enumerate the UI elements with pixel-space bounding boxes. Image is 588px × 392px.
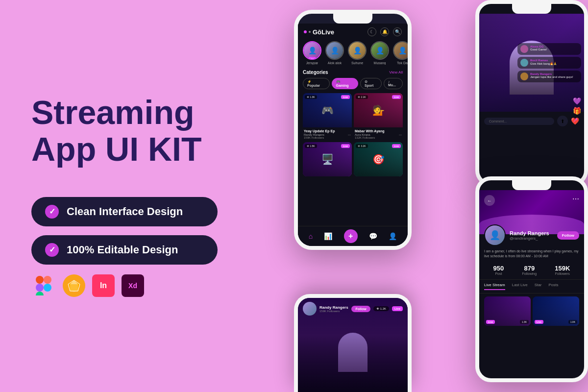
gift-react[interactable]: 🎁 <box>573 107 581 115</box>
cat-gaming[interactable]: 🎮 Gaming <box>332 78 359 89</box>
view-all-link[interactable]: View All <box>389 70 403 74</box>
tab-live-stream[interactable]: Live Stream <box>484 283 505 290</box>
stat-followers: 159K Followers <box>555 265 570 275</box>
svg-marker-7 <box>70 284 78 292</box>
phone-profile: ← ⋯ 👤 Randy Rangers @randirangers_ Follo… <box>475 176 588 382</box>
phone-notch-2 <box>512 4 551 14</box>
cat-popular[interactable]: ⚡ Popular <box>303 78 330 89</box>
xd-icon: Xd <box>122 274 144 297</box>
profile-avatar-section: 👤 Randy Rangers @randirangers_ Follow <box>479 224 584 246</box>
tab-posts[interactable]: Posts <box>548 283 558 290</box>
nav-chat[interactable]: 💬 <box>369 232 377 240</box>
main-title: Streaming App UI KIT <box>31 94 204 168</box>
profile-back-btn[interactable]: ← <box>484 195 495 206</box>
phone-screen: GōLive ☾ 🔔 🔍 👤 Live Jenypar <box>298 24 408 250</box>
tool-icons-row: In Xd <box>31 273 204 298</box>
streamer-avatar <box>303 302 317 316</box>
stream-header-row: Randy Rangers 159K Followers Follow 👁 1.… <box>298 298 408 318</box>
title-line1: Streaming <box>31 94 195 131</box>
streamer-followers: 159K Followers <box>319 310 348 313</box>
content-thumb-1[interactable]: Live 1.0K <box>533 296 579 326</box>
svg-rect-2 <box>36 284 44 292</box>
profile-stats: 950 Post 879 Following 159K Followers <box>479 262 584 280</box>
stat-post-label: Post <box>493 272 504 275</box>
follow-stream-btn[interactable]: Follow <box>351 306 370 312</box>
profile-handle: @randirangers_ <box>510 236 549 241</box>
categories-title: Categories <box>303 70 328 75</box>
bottom-nav: ⌂ 📊 + 💬 👤 <box>298 226 408 246</box>
nav-chart[interactable]: 📊 <box>324 232 332 240</box>
video-channel-0: Randy Rangers ⋯ <box>304 133 351 136</box>
live-dot <box>304 30 307 33</box>
content-thumb-0[interactable]: Live 1.3K <box>484 296 531 326</box>
video-card-3[interactable]: 🎯 👁 3.2K Live <box>354 142 403 176</box>
categories-header: Categories View All <box>303 70 403 75</box>
streamer-info: Randy Rangers 159K Followers <box>303 302 348 316</box>
moon-icon[interactable]: ☾ <box>368 27 376 36</box>
app-header: GōLive ☾ 🔔 🔍 <box>298 24 408 38</box>
streamer-name: Randy Rangers <box>319 305 348 310</box>
video-info-0: Yeay Update Ep Ep Randy Rangers ⋯ 159K F… <box>303 127 352 140</box>
live-badge-thumb-0: Live <box>486 320 495 324</box>
story-item-2[interactable]: 👤 Suhune <box>348 41 367 65</box>
phone-notch <box>333 14 372 24</box>
video-card-2[interactable]: 🖥️ 👁 1.5K Live <box>303 142 352 176</box>
nav-profile[interactable]: 👤 <box>389 232 397 240</box>
app-logo: GōLive <box>304 28 334 36</box>
app-name-text: GōLive <box>313 28 334 36</box>
search-icon[interactable]: 🔍 <box>393 27 402 36</box>
follow-button[interactable]: Follow <box>557 231 579 240</box>
share-ctrl[interactable]: ⬆ <box>557 116 568 126</box>
story-name-1: Alok alok <box>328 61 342 65</box>
chat-overlay: Aloxs.GG Good Game! Bocil Ramas Give Alo… <box>517 43 581 84</box>
story-name-0: Jenypar <box>306 61 318 65</box>
video-channel-1: Aura Kirana ⋯ <box>355 133 402 136</box>
cat-sport[interactable]: ⊙ Sport <box>360 78 382 89</box>
check-icon-clean <box>45 205 59 219</box>
story-item-1[interactable]: 👤 Alok alok <box>325 41 344 65</box>
heart-react[interactable]: 💜 <box>573 97 581 105</box>
story-item-3[interactable]: 👤 Musang <box>370 41 389 65</box>
comment-input[interactable]: Comment... <box>484 118 554 125</box>
video-info-1: Mabar With Ayang Aura Kirana ⋯ 132K Foll… <box>354 127 403 140</box>
live-dot2 <box>309 31 311 33</box>
story-avatar-3: 👤 <box>370 41 389 60</box>
category-tags: ⚡ Popular 🎮 Gaming ⊙ Sport ♪ Mu... <box>303 78 403 89</box>
story-avatar-4: 👤 <box>393 41 408 60</box>
story-avatar-0: 👤 Live <box>303 41 321 60</box>
fab-add-btn[interactable]: + <box>344 229 358 243</box>
story-item-0[interactable]: 👤 Live Jenypar <box>303 41 321 65</box>
tab-last-live[interactable]: Last Live <box>512 283 528 290</box>
profile-content-grid: Live 1.3K Live 1.0K <box>479 294 584 329</box>
tab-star[interactable]: Star <box>535 283 542 290</box>
feature-label-editable: 100% Editable Design <box>67 244 178 256</box>
figma-icon <box>31 273 56 298</box>
stat-post: 950 Post <box>493 265 504 275</box>
story-item-4[interactable]: 👤 Tok Da <box>393 41 408 65</box>
chat-msg-0: Aloxs.GG Good Game! <box>517 43 581 55</box>
left-panel: Streaming App UI KIT Clean Interface Des… <box>0 0 235 392</box>
bell-icon[interactable]: 🔔 <box>380 27 389 36</box>
feature-badge-editable: 100% Editable Design <box>31 235 218 265</box>
story-avatar-1: 👤 <box>325 41 344 60</box>
streamer-details-block: Randy Rangers 159K Followers <box>319 305 348 313</box>
video-card-0[interactable]: 🎮 👁 1.3K Live Yeay Update Ep Ep Randy Ra… <box>303 93 352 140</box>
chat-msg-1: Bocil Ramas Give Alok bang🔥🙏 <box>517 57 581 69</box>
phone-top-right: Aloxs.GG Good Game! Bocil Ramas Give Alo… <box>475 0 588 186</box>
stat-following-label: Following <box>522 272 537 275</box>
chat-avatar-0 <box>520 45 528 53</box>
invision-icon: In <box>92 274 115 297</box>
stories-row: 👤 Live Jenypar 👤 Alok alok 👤 Suhune <box>298 38 408 68</box>
title-line2: App UI KIT <box>31 130 202 168</box>
chat-avatar-2 <box>520 73 528 80</box>
stat-post-num: 950 <box>493 265 504 272</box>
arrow-react[interactable]: ↗ <box>573 117 581 123</box>
viewer-count-2: 👁 1.5K <box>305 144 317 148</box>
nav-home[interactable]: ⌂ <box>309 232 313 240</box>
video-card-1[interactable]: 💁 👁 2.1K Live Mabar With Ayang Aura Kira… <box>354 93 403 140</box>
profile-more-btn[interactable]: ⋯ <box>572 195 579 203</box>
live-tag-1: Live <box>392 95 401 99</box>
chat-text-1: Bocil Ramas Give Alok bang🔥🙏 <box>530 59 557 65</box>
live-tag-3: Live <box>392 144 401 148</box>
cat-music[interactable]: ♪ Mu... <box>384 78 403 89</box>
